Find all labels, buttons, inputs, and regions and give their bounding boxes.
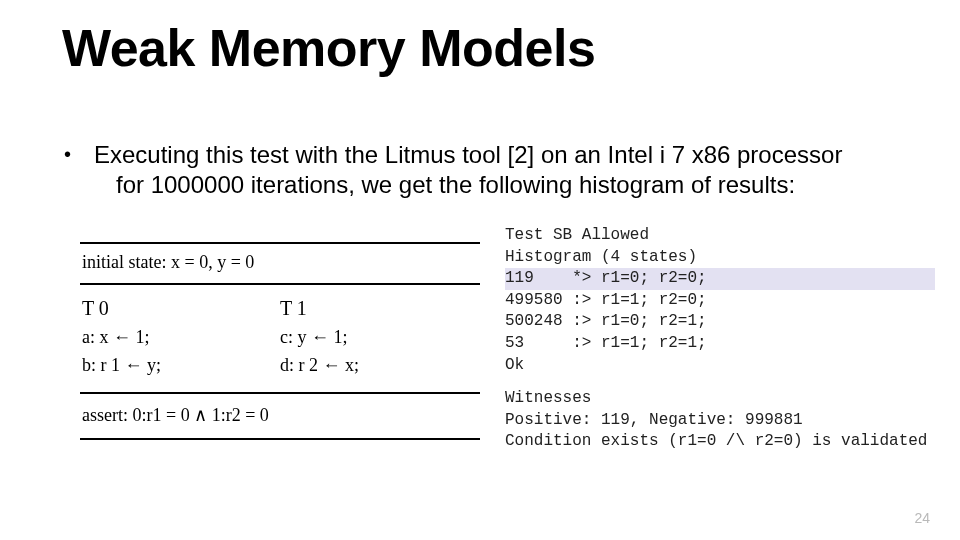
divider: [80, 438, 480, 440]
out-ok: Ok: [505, 355, 935, 377]
thread-1-head: T 1: [280, 293, 478, 324]
thread-0: T 0 a: x ← 1; b: r 1 ← y;: [82, 293, 280, 380]
slide: Weak Memory Models • Executing this test…: [0, 0, 960, 540]
page-number: 24: [914, 510, 930, 526]
litmus-output: Test SB Allowed Histogram (4 states) 119…: [505, 225, 935, 453]
out-hist-row: 500248 :> r1=0; r2=1;: [505, 311, 935, 333]
out-test: Test SB Allowed: [505, 225, 935, 247]
slide-title: Weak Memory Models: [62, 18, 595, 78]
out-witnesses: Witnesses: [505, 388, 935, 410]
out-hist-row: 499580 :> r1=1; r2=0;: [505, 290, 935, 312]
litmus-table: initial state: x = 0, y = 0 T 0 a: x ← 1…: [80, 238, 480, 444]
bullet-dot-icon: •: [64, 142, 71, 167]
divider: [80, 242, 480, 244]
stmt-b: b: r 1 ← y;: [82, 352, 280, 380]
out-hist-row: 53 :> r1=1; r2=1;: [505, 333, 935, 355]
out-posneg: Positive: 119, Negative: 999881: [505, 410, 935, 432]
bullet-block: • Executing this test with the Litmus to…: [78, 140, 920, 200]
stmt-d: d: r 2 ← x;: [280, 352, 478, 380]
out-condition: Condition exists (r1=0 /\ r2=0) is valid…: [505, 431, 935, 453]
initial-state: initial state: x = 0, y = 0: [80, 248, 480, 279]
bullet-line-1: Executing this test with the Litmus tool…: [78, 140, 920, 170]
out-hist-head: Histogram (4 states): [505, 247, 935, 269]
spacer: [505, 376, 935, 388]
threads: T 0 a: x ← 1; b: r 1 ← y; T 1 c: y ← 1; …: [80, 289, 480, 388]
thread-0-head: T 0: [82, 293, 280, 324]
divider: [80, 392, 480, 394]
thread-1: T 1 c: y ← 1; d: r 2 ← x;: [280, 293, 478, 380]
assert-line: assert: 0:r1 = 0 ∧ 1:r2 = 0: [80, 398, 480, 434]
divider: [80, 283, 480, 285]
stmt-a: a: x ← 1;: [82, 324, 280, 352]
bullet-line-2: for 1000000 iterations, we get the follo…: [78, 170, 920, 200]
stmt-c: c: y ← 1;: [280, 324, 478, 352]
out-hist-row-highlighted: 119 *> r1=0; r2=0;: [505, 268, 935, 290]
